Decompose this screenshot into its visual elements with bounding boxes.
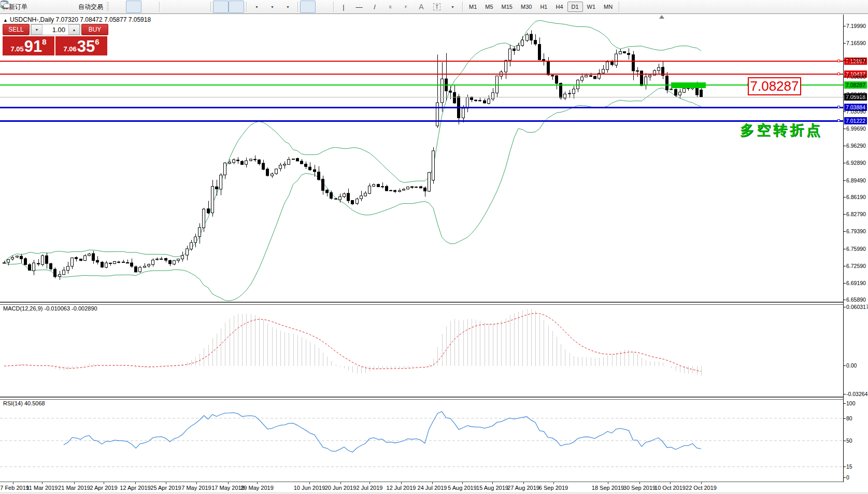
price-axis-tick bbox=[844, 43, 846, 44]
date-axis-tick bbox=[701, 482, 702, 484]
rsi-axis-label: 15 bbox=[846, 463, 852, 470]
date-axis-tick bbox=[104, 482, 104, 484]
price-axis-line bbox=[843, 15, 844, 482]
rsi-line bbox=[64, 412, 701, 452]
price-axis-label: 6.79390 bbox=[846, 228, 866, 234]
price-axis-tick bbox=[844, 249, 846, 249]
date-axis-tick bbox=[639, 482, 640, 484]
date-axis-tick bbox=[166, 482, 166, 484]
main-macd-separator[interactable] bbox=[0, 302, 843, 305]
date-axis-tick bbox=[608, 482, 608, 484]
volume-stepper: ▼ ▲ bbox=[31, 24, 80, 35]
price-level-label: 7.08287 bbox=[844, 81, 867, 89]
macd-rsi-separator[interactable] bbox=[0, 397, 843, 400]
price-axis-label: 6.69190 bbox=[846, 280, 866, 286]
price-level-label: 7.01222 bbox=[844, 117, 867, 124]
level-line-7.12997[interactable] bbox=[0, 61, 843, 62]
rsi-axis-tick bbox=[844, 477, 846, 478]
bollinger-bands bbox=[4, 20, 701, 301]
sell-button[interactable]: SELL bbox=[3, 24, 30, 35]
macd-axis-label: 0.060317 bbox=[846, 304, 868, 310]
one-click-trading-panel: SELL ▼ ▲ BUY 7.05918 7.06356 bbox=[3, 24, 108, 55]
price-axis-tick bbox=[844, 77, 846, 77]
macd-axis-label: -0.032648 bbox=[846, 391, 868, 397]
level-line-handle[interactable] bbox=[837, 73, 840, 75]
price-axis-tick bbox=[844, 283, 846, 284]
level-highlight-rectangle[interactable] bbox=[671, 82, 706, 88]
rsi-axis-tick bbox=[844, 467, 846, 467]
price-axis-label: 6.86190 bbox=[846, 194, 866, 200]
level-line-7.08287[interactable] bbox=[0, 84, 843, 86]
volume-decrease-button[interactable]: ▼ bbox=[31, 24, 42, 35]
date-axis-label: 2 Apr 2019 bbox=[90, 485, 117, 491]
window-edge bbox=[0, 492, 868, 494]
volume-increase-button[interactable]: ▲ bbox=[68, 24, 80, 35]
date-axis[interactable]: 27 Feb 201911 Mar 201921 Mar 20192 Apr 2… bbox=[0, 482, 868, 494]
panel-collapse-icon[interactable]: ▲ bbox=[3, 18, 8, 23]
date-axis-label: 22 Oct 2019 bbox=[686, 485, 717, 491]
date-axis-tick bbox=[401, 482, 402, 484]
price-axis-tick bbox=[844, 129, 846, 129]
date-axis-tick bbox=[462, 482, 463, 484]
date-axis-label: 7 May 2019 bbox=[181, 485, 211, 491]
date-axis-label: 30 Sep 2019 bbox=[623, 485, 656, 491]
level-line-7.10437[interactable] bbox=[0, 74, 843, 75]
rsi-axis-label: 100 bbox=[846, 400, 856, 406]
level-line-7.05918[interactable] bbox=[0, 97, 843, 97]
price-axis-label: 7.19990 bbox=[846, 23, 866, 29]
date-axis-label: 6 Sep 2019 bbox=[539, 485, 568, 491]
price-axis-tick bbox=[844, 300, 846, 300]
price-axis-label: 6.75990 bbox=[846, 246, 866, 252]
level-line-handle[interactable] bbox=[837, 119, 840, 122]
price-axis-label: 7.09890 bbox=[846, 74, 866, 80]
date-axis-tick bbox=[228, 482, 229, 484]
rsi-axis-tick bbox=[844, 441, 846, 441]
date-axis-label: 2 Jul 2019 bbox=[357, 485, 383, 491]
macd-histogram bbox=[5, 309, 702, 376]
level-line-7.03884[interactable] bbox=[0, 107, 843, 108]
price-axis-tick bbox=[844, 94, 846, 95]
price-axis-label: 7.03090 bbox=[846, 108, 866, 115]
price-axis-label: 6.99690 bbox=[846, 125, 866, 132]
price-axis-tick bbox=[844, 111, 846, 112]
rsi-axis-tick bbox=[844, 418, 846, 419]
chart-shift-marker[interactable] bbox=[659, 15, 664, 19]
price-axis-label: 7.06490 bbox=[846, 91, 866, 97]
date-axis-label: 10 Oct 2019 bbox=[654, 485, 686, 491]
price-axis-tick bbox=[844, 26, 846, 26]
level-line-handle[interactable] bbox=[837, 60, 840, 62]
date-axis-label: 21 Mar 2019 bbox=[58, 485, 90, 491]
buy-price-display[interactable]: 7.06356 bbox=[55, 36, 107, 55]
date-axis-label: 18 Sep 2019 bbox=[592, 485, 624, 491]
buy-button[interactable]: BUY bbox=[81, 24, 108, 35]
price-callout-box[interactable]: 7.08287 bbox=[748, 77, 801, 95]
date-axis-tick bbox=[135, 482, 136, 484]
price-axis-label: 6.82790 bbox=[846, 211, 866, 217]
date-axis-tick bbox=[523, 482, 524, 484]
level-line-7.01222[interactable] bbox=[0, 120, 843, 122]
date-axis-tick bbox=[42, 482, 42, 484]
date-axis-label: 17 May 2019 bbox=[211, 485, 245, 491]
price-axis-label: 6.72590 bbox=[846, 263, 866, 269]
macd-axis-tick bbox=[844, 394, 846, 394]
date-axis-label: 12 Apr 2019 bbox=[120, 485, 150, 491]
annotation-text[interactable]: 多空转折点 bbox=[740, 121, 823, 139]
macd-axis-label: 0.00 bbox=[846, 362, 857, 369]
price-axis-label: 6.92890 bbox=[846, 160, 866, 166]
sell-price-display[interactable]: 7.05918 bbox=[3, 36, 54, 55]
date-axis-tick bbox=[432, 482, 433, 484]
price-axis-tick bbox=[844, 146, 846, 146]
price-axis-label: 6.65890 bbox=[846, 297, 866, 303]
volume-input[interactable] bbox=[42, 24, 68, 35]
price-axis-label: 7.16590 bbox=[846, 40, 866, 46]
date-axis-tick bbox=[340, 482, 341, 484]
level-line-handle[interactable] bbox=[837, 106, 840, 108]
date-axis-label: 20 Jun 2019 bbox=[325, 485, 357, 491]
price-axis-tick bbox=[844, 231, 846, 232]
date-axis-tick bbox=[309, 482, 310, 484]
date-axis-label: 29 May 2019 bbox=[240, 485, 274, 491]
macd-axis-tick bbox=[844, 307, 846, 307]
price-axis-tick bbox=[844, 214, 846, 215]
macd-axis-tick bbox=[844, 365, 846, 366]
rsi-axis-label: 80 bbox=[846, 415, 852, 421]
